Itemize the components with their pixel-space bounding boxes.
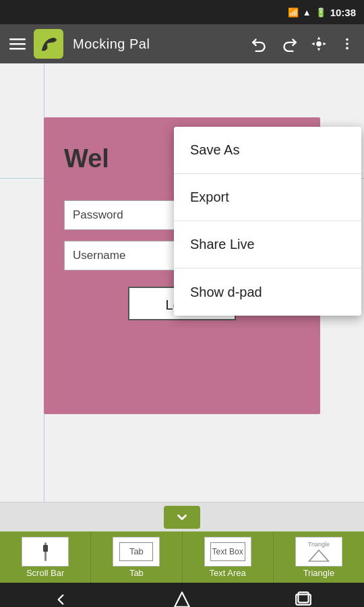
svg-rect-3 — [38, 33, 59, 55]
svg-rect-2 — [9, 48, 26, 50]
undo-button[interactable] — [247, 31, 272, 57]
widget-item-text-area[interactable]: Text Box Text Area — [183, 531, 274, 583]
svg-point-6 — [346, 38, 348, 41]
tab-label: Tab — [129, 568, 144, 578]
nav-bar — [0, 583, 364, 607]
text-area-label: Text Area — [210, 568, 246, 578]
dpad-button[interactable] — [306, 31, 332, 57]
svg-point-5 — [317, 42, 320, 45]
svg-rect-1 — [9, 43, 26, 45]
canvas-area: Wel Password Username Login Save As Expo… — [0, 63, 364, 502]
status-time: 10:38 — [330, 7, 356, 18]
status-icons: 📶 ▲ 🔋 10:38 — [288, 7, 356, 18]
svg-marker-9 — [309, 550, 328, 560]
status-bar: 📶 ▲ 🔋 10:38 — [0, 0, 364, 24]
tab-icon-area: Tab — [113, 537, 160, 567]
triangle-icon-area: Triangle — [295, 537, 342, 567]
scrollbar-icon — [44, 542, 47, 561]
dropdown-menu: Save As Export Share Live Show d-pad — [174, 127, 361, 316]
menu-button[interactable] — [5, 32, 30, 56]
triangle-label: Triangle — [303, 568, 334, 578]
menu-item-show-dpad[interactable]: Show d-pad — [174, 268, 361, 316]
widget-item-scroll-bar[interactable]: Scroll Bar — [0, 531, 91, 583]
signal-icon: ▲ — [303, 7, 311, 18]
tab-icon: Tab — [119, 542, 153, 561]
chevron-area — [0, 502, 364, 531]
svg-point-7 — [346, 42, 348, 45]
widget-strip: Scroll Bar Tab Tab Text Box Text Area Tr… — [0, 531, 364, 583]
text-area-icon-area: Text Box — [204, 537, 251, 567]
triangle-icon: Triangle — [301, 541, 336, 562]
app-logo — [34, 29, 63, 59]
scroll-bar-label: Scroll Bar — [26, 568, 64, 578]
more-button[interactable] — [336, 32, 359, 55]
svg-marker-10 — [175, 592, 189, 607]
widget-item-triangle[interactable]: Triangle Triangle — [274, 531, 364, 583]
battery-icon: 🔋 — [315, 7, 326, 18]
redo-button[interactable] — [276, 31, 302, 57]
widget-item-tab[interactable]: Tab Tab — [91, 531, 182, 583]
home-button[interactable] — [160, 585, 204, 607]
svg-point-4 — [53, 38, 55, 40]
recents-button[interactable] — [281, 585, 326, 607]
svg-point-8 — [346, 47, 348, 50]
menu-item-save-as[interactable]: Save As — [174, 127, 361, 174]
back-button[interactable] — [38, 585, 83, 607]
wifi-icon: 📶 — [288, 7, 299, 18]
textbox-icon: Text Box — [210, 542, 245, 561]
chevron-down-button[interactable] — [164, 506, 200, 529]
app-title: Mocking Pal — [73, 36, 243, 52]
toolbar: Mocking Pal — [0, 24, 364, 63]
menu-item-export[interactable]: Export — [174, 174, 361, 221]
scroll-bar-icon-area — [22, 537, 69, 567]
svg-rect-0 — [9, 38, 26, 40]
menu-item-share-live[interactable]: Share Live — [174, 221, 361, 268]
